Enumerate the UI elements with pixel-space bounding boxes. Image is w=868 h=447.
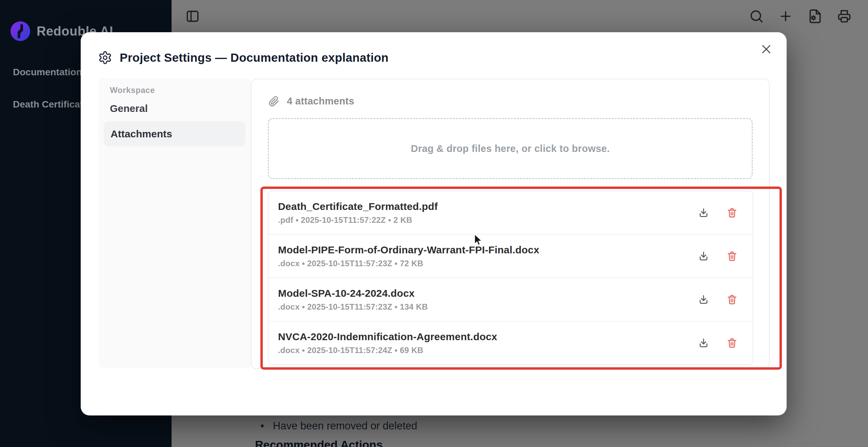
attachment-info: Model-SPA-10-24-2024.docx .docx • 2025-1… — [278, 288, 698, 312]
attachment-meta: .pdf • 2025-10-15T11:57:22Z • 2 KB — [278, 215, 698, 225]
attachment-info: Death_Certificate_Formatted.pdf .pdf • 2… — [278, 201, 698, 225]
trash-icon[interactable] — [726, 250, 738, 262]
download-icon[interactable] — [698, 250, 709, 262]
trash-icon[interactable] — [726, 337, 738, 349]
redouble-logo-icon — [10, 21, 31, 41]
attachment-meta: .docx • 2025-10-15T11:57:24Z • 69 KB — [278, 346, 698, 355]
modal-header: Project Settings — Documentation explana… — [98, 51, 389, 65]
download-icon[interactable] — [698, 207, 709, 218]
attachment-info: Model-PIPE-Form-of-Ordinary-Warrant-FPI-… — [278, 244, 698, 268]
attachment-row: NVCA-2020-Indemnification-Agreement.docx… — [269, 322, 753, 364]
attachment-actions — [698, 250, 738, 262]
nav-item-general[interactable]: General — [110, 99, 148, 118]
close-icon[interactable] — [759, 42, 774, 57]
attachment-row: Model-PIPE-Form-of-Ordinary-Warrant-FPI-… — [269, 235, 753, 278]
attachment-actions — [698, 294, 738, 305]
nav-item-attachments[interactable]: Attachments — [104, 121, 245, 147]
modal-title: Project Settings — Documentation explana… — [120, 51, 389, 64]
attachment-row: Model-SPA-10-24-2024.docx .docx • 2025-1… — [269, 278, 753, 322]
app-window: Redouble AI Documentation Death Certific… — [0, 0, 868, 447]
attachment-meta: .docx • 2025-10-15T11:57:23Z • 72 KB — [278, 259, 698, 268]
attachment-filename: Model-PIPE-Form-of-Ordinary-Warrant-FPI-… — [278, 244, 698, 256]
download-icon[interactable] — [698, 337, 709, 349]
attachment-filename: Death_Certificate_Formatted.pdf — [278, 201, 698, 212]
attachment-meta: .docx • 2025-10-15T11:57:23Z • 134 KB — [278, 302, 698, 312]
sidebar-item-death-certificate[interactable]: Death Certificat — [13, 99, 83, 110]
attachment-actions — [698, 337, 738, 349]
attachments-count-label: 4 attachments — [287, 96, 354, 107]
attachment-info: NVCA-2020-Indemnification-Agreement.docx… — [278, 331, 698, 355]
sidebar-item-documentation[interactable]: Documentation — [13, 67, 82, 78]
settings-nav: Workspace General Attachments — [98, 78, 251, 368]
attachments-list: Death_Certificate_Formatted.pdf .pdf • 2… — [268, 191, 753, 365]
attachment-row: Death_Certificate_Formatted.pdf .pdf • 2… — [269, 191, 753, 235]
download-icon[interactable] — [698, 294, 709, 305]
gear-icon — [98, 51, 112, 65]
dropzone-label: Drag & drop files here, or click to brow… — [411, 143, 610, 154]
attachments-count-header: 4 attachments — [269, 96, 354, 107]
file-dropzone[interactable]: Drag & drop files here, or click to brow… — [268, 118, 753, 179]
project-settings-modal: Project Settings — Documentation explana… — [81, 32, 787, 415]
attachment-filename: Model-SPA-10-24-2024.docx — [278, 288, 698, 299]
attachment-filename: NVCA-2020-Indemnification-Agreement.docx — [278, 331, 698, 343]
trash-icon[interactable] — [726, 207, 738, 218]
paperclip-icon — [269, 96, 279, 107]
trash-icon[interactable] — [726, 294, 738, 305]
attachment-actions — [698, 207, 738, 218]
nav-section-label: Workspace — [110, 85, 155, 95]
